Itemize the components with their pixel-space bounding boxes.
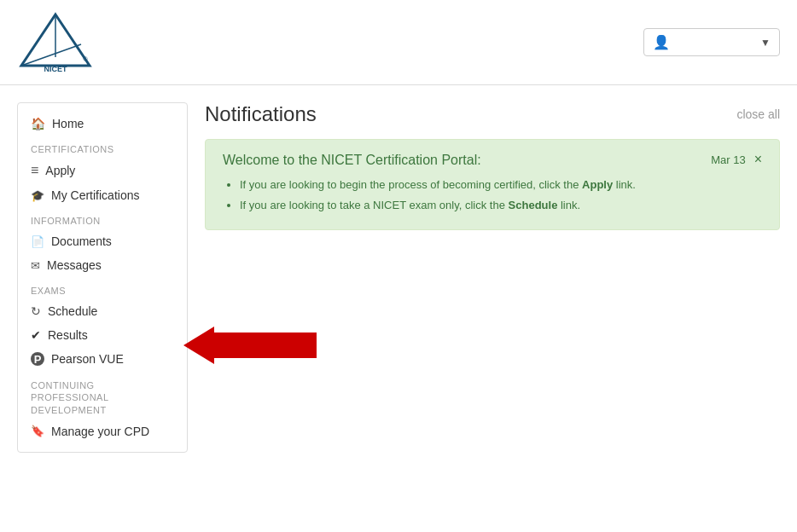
notifications-title: Notifications [205,102,317,126]
sidebar-schedule-label: Schedule [48,304,97,318]
dropdown-arrow-icon: ▼ [760,37,771,49]
sidebar-mycert-label: My Certifications [51,188,139,202]
svg-text:NICET: NICET [44,65,68,73]
home-icon: 🏠 [31,117,45,130]
sidebar: 🏠 Home CERTIFICATIONS ≡ Apply 🎓 My Certi… [17,102,188,453]
sidebar-item-documents[interactable]: 📄 Documents [18,229,187,253]
sidebar-item-apply[interactable]: ≡ Apply [18,158,187,183]
notification-card-meta: Mar 13 × [711,153,762,166]
certifications-icon: 🎓 [31,189,44,202]
notification-date: Mar 13 [711,153,745,166]
notification-close-button[interactable]: × [754,153,762,166]
notification-text-2b: link. [561,199,580,211]
close-all-link[interactable]: close all [736,107,780,121]
results-icon: ✔ [31,328,41,342]
notification-card-title: Welcome to the NICET Certification Porta… [223,153,481,168]
header: NICET ® 👤 ▼ [0,0,797,85]
notification-apply-link[interactable]: Apply [582,178,613,191]
user-icon: 👤 [653,34,670,50]
main-container: 🏠 Home CERTIFICATIONS ≡ Apply 🎓 My Certi… [0,85,797,470]
svg-line-2 [21,44,81,66]
sidebar-cpd-label: Manage your CPD [51,425,149,438]
sidebar-item-pearson-vue[interactable]: P Pearson VUE [18,347,187,371]
sidebar-pearson-label: Pearson VUE [51,352,124,366]
cpd-icon: 🔖 [31,425,44,437]
documents-icon: 📄 [31,235,44,248]
logo-area: NICET ® [17,10,94,74]
sidebar-home-label: Home [52,117,84,130]
pearson-icon: P [31,352,44,366]
notification-list-item-1: If you are looking to begin the process … [240,176,762,194]
sidebar-section-information: INFORMATION [18,207,187,229]
sidebar-item-messages[interactable]: ✉ Messages [18,253,187,277]
notification-text-1a: If you are looking to begin the process … [240,178,582,191]
sidebar-item-results[interactable]: ✔ Results [18,323,187,347]
sidebar-item-home[interactable]: 🏠 Home [18,112,187,136]
sidebar-results-label: Results [48,328,88,342]
notification-card-header: Welcome to the NICET Certification Porta… [223,153,762,168]
sidebar-item-manage-cpd[interactable]: 🔖 Manage your CPD [18,419,187,443]
notifications-header: Notifications close all [205,102,780,126]
notification-list: If you are looking to begin the process … [223,176,762,213]
notification-text-1b: link. [616,178,636,191]
sidebar-section-certifications: CERTIFICATIONS [18,136,187,158]
schedule-icon: ↻ [31,304,41,318]
apply-icon: ≡ [31,163,38,178]
sidebar-item-my-certifications[interactable]: 🎓 My Certifications [18,183,187,207]
notification-card: Welcome to the NICET Certification Porta… [205,139,780,230]
user-dropdown[interactable]: 👤 ▼ [643,28,780,56]
notification-text-2a: If you are looking to take a NICET exam … [240,199,509,211]
sidebar-item-schedule[interactable]: ↻ Schedule [18,299,187,323]
content-area: Notifications close all Welcome to the N… [205,102,780,453]
sidebar-wrapper: 🏠 Home CERTIFICATIONS ≡ Apply 🎓 My Certi… [17,102,188,453]
notification-body: If you are looking to begin the process … [223,176,762,213]
sidebar-section-cpd: CONTINUING PROFESSIONAL DEVELOPMENT [18,371,187,419]
messages-icon: ✉ [31,259,40,272]
notification-schedule-link[interactable]: Schedule [509,199,558,211]
notification-list-item-2: If you are looking to take a NICET exam … [240,197,762,214]
sidebar-messages-label: Messages [47,258,102,272]
sidebar-documents-label: Documents [51,234,112,248]
sidebar-section-exams: EXAMS [18,277,187,299]
sidebar-apply-label: Apply [45,164,75,177]
svg-text:®: ® [83,56,88,62]
nicet-logo: NICET ® [17,10,94,74]
